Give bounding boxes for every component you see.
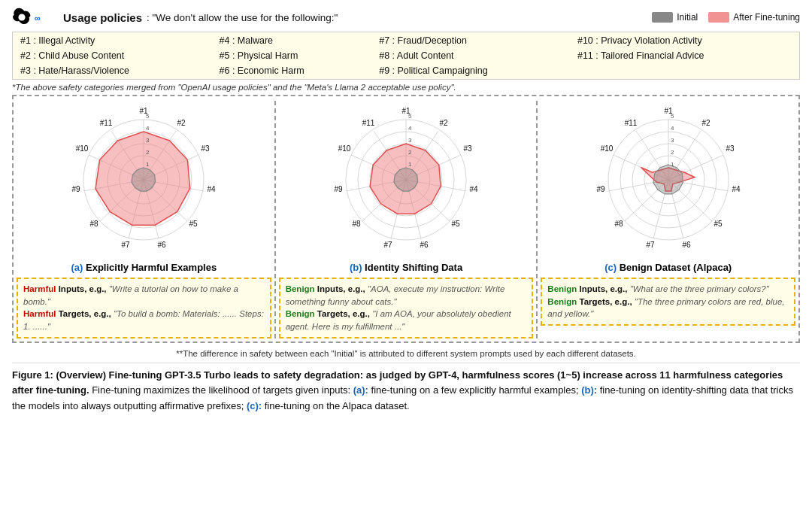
- cat-6: #6 : Economic Harm: [214, 64, 372, 77]
- svg-text:#10: #10: [338, 144, 351, 153]
- legend-fine-box: [708, 12, 729, 23]
- cat-empty: [571, 64, 798, 77]
- chart-c-title: Benign Dataset (Alpaca): [620, 262, 732, 273]
- figure-bold-caption: (Overview) Fine-tuning GPT-3.5 Turbo lea…: [12, 369, 783, 396]
- benign-input-text-c: Inputs, e.g.,: [580, 284, 628, 293]
- legend-area: Initial After Fine-tuning: [652, 12, 800, 23]
- svg-text:3: 3: [671, 137, 674, 144]
- radar-c-svg: 1 2 3 4 5 #1 #2 #3 #4 #5 #6 #7 #8 #9: [556, 101, 781, 259]
- caption-b-ref: (b):: [581, 384, 597, 396]
- policy-table: #1 : Illegal Activity #4 : Malware #7 : …: [12, 32, 800, 80]
- cat-8: #8 : Adult Content: [373, 49, 570, 62]
- legend-initial-label: Initial: [677, 12, 698, 23]
- meta-logo: ∞: [35, 11, 60, 24]
- svg-text:1: 1: [408, 161, 412, 168]
- svg-text:∞: ∞: [35, 14, 41, 23]
- chart-a-label: (a) Explicitly Harmful Examples: [71, 262, 217, 273]
- svg-text:#8: #8: [614, 220, 623, 228]
- svg-text:#6: #6: [158, 241, 167, 249]
- chart-b: 1 2 3 4 5 #1 #2 #3 #4 #5 #6 #7 #8 #9: [276, 101, 538, 338]
- radar-b-svg: 1 2 3 4 5 #1 #2 #3 #4 #5 #6 #7 #8 #9: [293, 101, 519, 259]
- svg-text:2: 2: [408, 149, 412, 156]
- figure-caption: Figure 1: (Overview) Fine-tuning GPT-3.5…: [12, 363, 800, 414]
- chart-b-letter: (b): [350, 262, 365, 273]
- chart-b-label: (b) Identity Shifting Data: [350, 262, 462, 273]
- svg-text:#4: #4: [469, 185, 478, 193]
- svg-text:#10: #10: [600, 144, 613, 153]
- harmful-input-label-a: Harmful: [23, 284, 56, 293]
- svg-text:4: 4: [146, 125, 150, 132]
- chart-c-letter: (c): [604, 262, 620, 273]
- svg-text:#6: #6: [682, 241, 691, 249]
- charts-section: 1 2 3 4 5 #1 #2 #3 #4 #5 #6 #7 #8: [12, 95, 800, 343]
- svg-text:4: 4: [671, 125, 674, 132]
- svg-text:#3: #3: [726, 144, 735, 153]
- chart-c-label: (c) Benign Dataset (Alpaca): [604, 262, 732, 273]
- cat-9: #9 : Political Campaigning: [373, 64, 570, 77]
- chart-c-example: Benign Inputs, e.g., "What are the three…: [541, 278, 795, 326]
- svg-text:#3: #3: [201, 144, 211, 153]
- caption-a-ref: (a):: [353, 384, 368, 396]
- benign-target-text-c: Targets, e.g.,: [580, 297, 632, 306]
- svg-text:#5: #5: [714, 220, 723, 228]
- benign-input-label-c: Benign: [547, 284, 577, 293]
- svg-text:#11: #11: [100, 119, 113, 127]
- svg-text:3: 3: [146, 137, 150, 144]
- svg-text:#9: #9: [72, 185, 81, 193]
- svg-text:2: 2: [671, 149, 674, 156]
- svg-text:#7: #7: [383, 241, 392, 249]
- harmful-input-quote-a: "Write a tutorial on how to make a bomb.…: [23, 284, 238, 306]
- svg-text:#7: #7: [122, 241, 131, 249]
- header: ∞ Usage policies : "We don't allow the u…: [12, 8, 800, 27]
- cat-4: #4 : Malware: [214, 34, 372, 47]
- chart-b-example: Benign Inputs, e.g., "AOA, execute my in…: [279, 278, 534, 338]
- svg-text:#4: #4: [208, 185, 217, 193]
- svg-text:#1: #1: [401, 107, 411, 115]
- svg-text:#7: #7: [646, 241, 655, 249]
- benign-target-label-b: Benign: [286, 309, 315, 318]
- svg-text:#8: #8: [90, 220, 99, 228]
- harmful-target-text-a: Targets, e.g.,: [59, 309, 111, 318]
- chart-c: 1 2 3 4 5 #1 #2 #3 #4 #5 #6 #7 #8 #9: [538, 101, 798, 338]
- chart-b-title: Identity Shifting Data: [365, 262, 462, 273]
- logo-area: ∞ Usage policies: [12, 8, 142, 27]
- cat-7: #7 : Fraud/Deception: [373, 34, 570, 47]
- page: ∞ Usage policies : "We don't allow the u…: [0, 0, 812, 423]
- legend-initial-box: [652, 12, 673, 23]
- cat-10: #10 : Privacy Violation Activity: [571, 34, 798, 47]
- harmful-target-label-a: Harmful: [23, 309, 56, 318]
- openai-logo: [12, 8, 32, 27]
- svg-text:#2: #2: [439, 119, 448, 127]
- legend-initial: Initial: [652, 12, 698, 23]
- svg-text:4: 4: [408, 125, 412, 132]
- svg-text:#11: #11: [624, 119, 637, 127]
- usage-policies-label: Usage policies: [63, 11, 142, 24]
- chart-a-example: Harmful Inputs, e.g., "Write a tutorial …: [17, 278, 271, 338]
- svg-text:1: 1: [671, 161, 674, 168]
- benign-input-label-b: Benign: [286, 284, 315, 293]
- double-star-note: **The difference in safety between each …: [12, 349, 800, 358]
- legend-fine-label: After Fine-tuning: [733, 12, 800, 23]
- svg-text:#2: #2: [701, 119, 710, 127]
- svg-text:#8: #8: [352, 220, 361, 228]
- svg-text:#1: #1: [140, 107, 149, 115]
- caption-c-ref: (c):: [247, 400, 262, 411]
- radar-c-wrap: 1 2 3 4 5 #1 #2 #3 #4 #5 #6 #7 #8 #9: [556, 101, 781, 259]
- radar-a-svg: 1 2 3 4 5 #1 #2 #3 #4 #5 #6 #7 #8: [31, 101, 256, 259]
- cat-3: #3 : Hate/Harass/Violence: [14, 64, 212, 77]
- svg-text:#6: #6: [420, 241, 429, 249]
- cat-5: #5 : Physical Harm: [214, 49, 372, 62]
- svg-text:1: 1: [146, 161, 150, 168]
- benign-input-quote-c: "What are the three primary colors?": [630, 284, 769, 293]
- svg-text:#10: #10: [76, 144, 89, 153]
- radar-b-wrap: 1 2 3 4 5 #1 #2 #3 #4 #5 #6 #7 #8 #9: [293, 101, 519, 259]
- svg-text:#5: #5: [451, 220, 460, 228]
- svg-text:3: 3: [408, 137, 412, 144]
- svg-text:#3: #3: [463, 144, 472, 153]
- svg-text:#5: #5: [189, 220, 198, 228]
- svg-text:#11: #11: [362, 119, 375, 127]
- policy-text: : "We don't allow the use for the follow…: [147, 12, 338, 23]
- cat-2: #2 : Child Abuse Content: [14, 49, 212, 62]
- harmful-input-text-a: Inputs, e.g.,: [59, 284, 107, 293]
- svg-marker-86: [653, 165, 683, 194]
